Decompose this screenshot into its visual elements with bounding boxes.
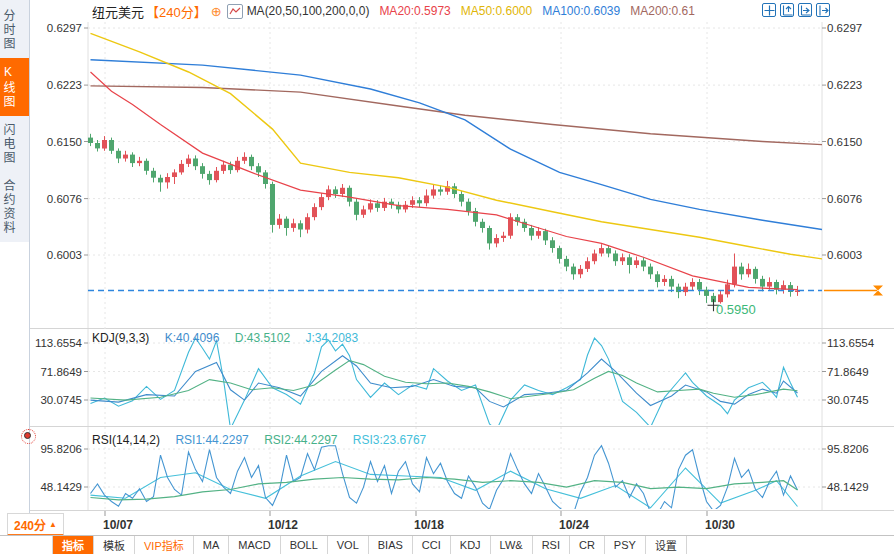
kdj-title: KDJ(9,3,3) xyxy=(92,331,149,345)
tab-模板[interactable]: 模板 xyxy=(94,536,135,554)
triangle-up-icon: ▲ xyxy=(49,520,57,529)
pan-right-icon[interactable] xyxy=(816,3,830,17)
tab-CCI[interactable]: CCI xyxy=(413,536,451,554)
ma200-value: MA200:0.61 xyxy=(630,4,695,18)
period-selector[interactable]: 240分 ▲ xyxy=(7,513,64,536)
tab-VIP指标[interactable]: VIP指标 xyxy=(135,536,194,554)
ma100-value: MA100:0.6039 xyxy=(542,4,620,18)
tab-设置[interactable]: 设置 xyxy=(646,536,687,554)
symbol-name: 纽元美元 xyxy=(92,2,144,21)
sidebar-menu: 分时图K线图闪电图合约资料 xyxy=(0,0,29,242)
kdj-d-value: D:43.5102 xyxy=(235,331,290,345)
period-label[interactable]: 【240分】 xyxy=(146,2,207,21)
sidebar-item-3[interactable]: 合约资料 xyxy=(0,172,29,242)
tab-CR[interactable]: CR xyxy=(570,536,605,554)
rsi2-value: RSI2:44.2297 xyxy=(264,433,337,447)
ma20-value: MA20:0.5973 xyxy=(379,4,450,18)
tab-LW&[interactable]: LW& xyxy=(491,536,533,554)
rsi-title: RSI(14,14,2) xyxy=(92,433,160,447)
chart-canvas[interactable] xyxy=(0,0,894,554)
ma50-value: MA50:0.6000 xyxy=(461,4,532,18)
kdj-header: KDJ(9,3,3) K:40.4096 D:43.5102 J:34.2083 xyxy=(92,331,370,345)
tab-PSY[interactable]: PSY xyxy=(605,536,646,554)
tab-MA[interactable]: MA xyxy=(194,536,230,554)
chart-window: 分时图K线图闪电图合约资料 纽元美元 【240分】 ⊕ MA(20,50,100… xyxy=(0,0,894,554)
kdj-k-value: K:40.4096 xyxy=(165,331,220,345)
lowest-price-label: 0.5950 xyxy=(716,302,756,317)
tab-MACD[interactable]: MACD xyxy=(229,536,280,554)
sidebar-item-0[interactable]: 分时图 xyxy=(0,2,29,58)
tab-RSI[interactable]: RSI xyxy=(533,536,570,554)
zoom-x-icon[interactable] xyxy=(780,3,794,17)
tab-VOL[interactable]: VOL xyxy=(328,536,369,554)
crosshair-icon[interactable] xyxy=(762,3,776,17)
ma-settings-label[interactable]: MA(20,50,100,200,0,0) xyxy=(247,4,370,18)
tab-指标[interactable]: 指标 xyxy=(53,536,94,554)
zoom-y-icon[interactable] xyxy=(798,3,812,17)
alert-sun-icon[interactable] xyxy=(21,429,36,444)
tab-KDJ[interactable]: KDJ xyxy=(451,536,491,554)
ma-indicator-icon[interactable] xyxy=(227,4,243,19)
rsi1-value: RSI1:44.2297 xyxy=(175,433,248,447)
period-selector-label: 240分 xyxy=(14,516,46,533)
rsi-header: RSI(14,14,2) RSI1:44.2297 RSI2:44.2297 R… xyxy=(92,433,438,447)
sidebar-item-1[interactable]: K线图 xyxy=(0,58,29,116)
tabbar-spacer xyxy=(0,536,53,554)
tab-BOLL[interactable]: BOLL xyxy=(281,536,328,554)
sidebar-item-2[interactable]: 闪电图 xyxy=(0,116,29,172)
chart-toolbar xyxy=(762,3,830,17)
indicator-tabbar: 指标模板VIP指标MAMACDBOLLVOLBIASCCIKDJLW&RSICR… xyxy=(0,535,894,554)
sidebar: 分时图K线图闪电图合约资料 xyxy=(0,0,30,554)
circle-plus-icon[interactable]: ⊕ xyxy=(211,4,222,19)
rsi3-value: RSI3:23.6767 xyxy=(353,433,426,447)
kdj-j-value: J:34.2083 xyxy=(306,331,359,345)
tab-BIAS[interactable]: BIAS xyxy=(369,536,413,554)
